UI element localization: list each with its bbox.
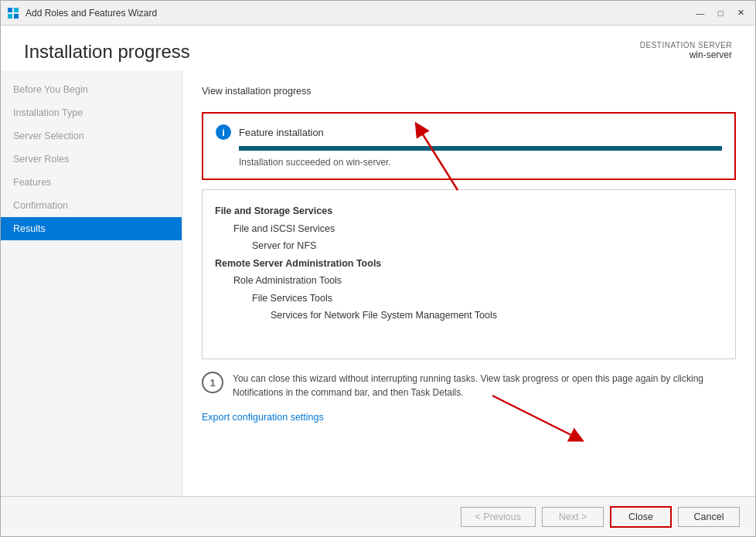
wizard-window: Add Roles and Features Wizard — □ ✕ Inst… [0, 0, 756, 537]
feature-item-0: File and Storage Services [215, 202, 723, 220]
footer: < Previous Next > Close Cancel [1, 496, 755, 536]
close-button[interactable]: Close [610, 506, 672, 528]
content-wrapper: Installation progress DESTINATION SERVER… [1, 25, 755, 536]
svg-rect-2 [8, 14, 12, 19]
cancel-button[interactable]: Cancel [678, 507, 740, 527]
sidebar-item-server-roles[interactable]: Server Roles [1, 148, 182, 171]
sidebar-item-server-selection[interactable]: Server Selection [1, 124, 182, 148]
feature-install-box: i Feature installation Installation succ… [202, 112, 736, 180]
feature-item-6: Services for Network File System Managem… [215, 307, 723, 325]
destination-name: win-server [640, 49, 732, 60]
install-success-text: Installation succeeded on win-server. [239, 157, 722, 168]
next-button[interactable]: Next > [542, 507, 604, 527]
main-panel: View installation progress i Feature ins… [182, 70, 755, 438]
svg-rect-1 [14, 8, 19, 12]
info-note-area: 1 You can close this wizard without inte… [202, 369, 736, 403]
svg-rect-3 [14, 14, 19, 19]
header-area: Installation progress DESTINATION SERVER… [1, 25, 755, 70]
feature-item-4: Role Administration Tools [215, 272, 723, 290]
sidebar-item-confirmation[interactable]: Confirmation [1, 194, 182, 217]
previous-button[interactable]: < Previous [461, 507, 536, 527]
progress-bar-container [239, 146, 722, 151]
feature-install-header: i Feature installation [216, 124, 722, 140]
minimize-button[interactable]: — [692, 6, 709, 20]
svg-rect-0 [8, 8, 12, 12]
feature-item-2: Server for NFS [215, 237, 723, 255]
body-area: Before You Begin Installation Type Serve… [1, 70, 755, 496]
sidebar-item-features[interactable]: Features [1, 171, 182, 194]
section-label: View installation progress [202, 86, 736, 97]
app-icon [7, 7, 19, 19]
info-note-text: You can close this wizard without interr… [233, 372, 736, 399]
feature-install-title: Feature installation [239, 127, 324, 138]
feature-item-5: File Services Tools [215, 290, 723, 308]
title-bar: Add Roles and Features Wizard — □ ✕ [1, 1, 755, 25]
destination-label: DESTINATION SERVER [640, 41, 732, 49]
feature-item-1: File and iSCSI Services [215, 220, 723, 238]
destination-server-info: DESTINATION SERVER win-server [640, 41, 732, 60]
feature-item-3: Remote Server Administration Tools [215, 255, 723, 273]
main-panel-wrapper: View installation progress i Feature ins… [182, 70, 755, 496]
close-window-button[interactable]: ✕ [732, 6, 749, 20]
sidebar-item-installation-type[interactable]: Installation Type [1, 101, 182, 124]
page-title: Installation progress [24, 41, 190, 63]
info-note-icon: 1 [202, 372, 223, 393]
title-bar-left: Add Roles and Features Wizard [7, 7, 157, 19]
window-controls: — □ ✕ [692, 6, 749, 20]
maximize-button[interactable]: □ [712, 6, 729, 20]
progress-bar-fill [239, 146, 722, 151]
sidebar-item-before-you-begin[interactable]: Before You Begin [1, 78, 182, 101]
export-link[interactable]: Export configuration settings [202, 412, 736, 423]
info-circle-icon: i [216, 124, 231, 140]
installed-features-box: File and Storage Services File and iSCSI… [202, 189, 736, 359]
window-title: Add Roles and Features Wizard [26, 8, 157, 19]
sidebar-item-results[interactable]: Results [1, 217, 182, 240]
sidebar: Before You Begin Installation Type Serve… [1, 70, 182, 496]
